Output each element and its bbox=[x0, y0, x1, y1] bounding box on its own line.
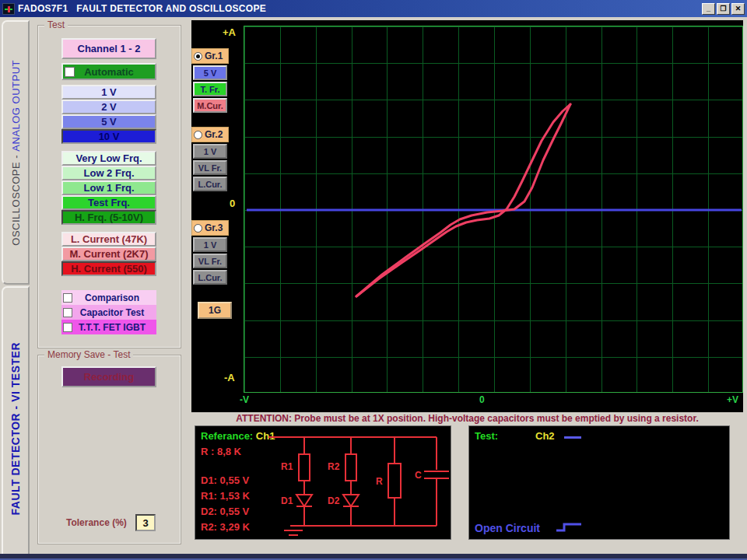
y-axis-plus-a-label: +A bbox=[223, 26, 236, 38]
group1-radio[interactable] bbox=[194, 52, 202, 61]
comparison-checkbox[interactable] bbox=[63, 293, 72, 303]
circuit-d2-label: D2 bbox=[328, 495, 340, 506]
y-axis-minus-a-label: -A bbox=[224, 372, 235, 383]
tab-fault-detector-vi-tester[interactable]: FAULT DETECTOR - VI TESTER bbox=[2, 286, 30, 560]
group2-radio-row[interactable]: Gr.2 bbox=[191, 127, 229, 142]
circuit-d1-label: D1 bbox=[281, 495, 293, 506]
very-low-frq-button[interactable]: Very Low Frq. bbox=[61, 151, 156, 166]
group2-current-button[interactable]: L.Cur. bbox=[193, 177, 227, 191]
memory-save-title: Memory Save - Test bbox=[44, 349, 133, 360]
measurement-r1: R1: 1,53 K bbox=[201, 488, 250, 504]
automatic-checkbox[interactable] bbox=[65, 67, 75, 77]
x-axis-zero-label: 0 bbox=[479, 394, 485, 405]
attention-message: ATTENTION: Probe must be at 1X position.… bbox=[191, 413, 743, 425]
scope-panel: +A 0 -A -V 0 +V Gr.1 5 V T. Fr. M.Cur. G… bbox=[191, 20, 743, 412]
measurement-r2: R2: 3,29 K bbox=[201, 520, 250, 535]
automatic-button[interactable]: Automatic bbox=[61, 63, 156, 80]
gain-1g-button[interactable]: 1G bbox=[198, 302, 232, 319]
x-axis-minus-v-label: -V bbox=[240, 394, 249, 405]
test-groupbox: Test Channel 1 - 2 Automatic 1 V 2 V 5 V… bbox=[37, 25, 181, 348]
high-frq-button[interactable]: H. Frq. (5-10V) bbox=[61, 210, 156, 225]
group2-freq-button[interactable]: VL Fr. bbox=[193, 160, 227, 175]
app-window: FADOS7F1 FAULT DETECTOR AND OSCILLOSCOPE… bbox=[0, 0, 747, 560]
tab-oscilloscope-label: OSCILLOSCOPE bbox=[10, 161, 22, 245]
memory-save-groupbox: Memory Save - Test Recording Tolerance (… bbox=[37, 355, 181, 544]
open-circuit-icon bbox=[555, 520, 584, 533]
comparison-label: Comparison bbox=[75, 292, 149, 303]
channel-1-2-button[interactable]: Channel 1 - 2 bbox=[61, 38, 156, 59]
open-circuit-status: Open Circuit bbox=[475, 522, 540, 534]
close-button[interactable]: ✕ bbox=[731, 3, 745, 15]
group3-freq-button[interactable]: VL Fr. bbox=[193, 254, 227, 268]
vi-curve-plot bbox=[244, 26, 743, 393]
measurement-d2: D2: 0,55 V bbox=[201, 504, 250, 520]
tab-oscilloscope-analog-output[interactable]: OSCILLOSCOPE - ANALOG OUTPUT bbox=[2, 20, 30, 285]
ttt-fet-igbt-checkbox-row[interactable]: T.T.T. FET IGBT bbox=[61, 320, 156, 334]
medium-current-button[interactable]: M. Current (2K7) bbox=[61, 247, 156, 261]
y-axis-zero-label: 0 bbox=[230, 198, 235, 209]
window-bottom-border bbox=[0, 554, 747, 560]
reference-resistance-value: R : 8,8 K bbox=[201, 446, 241, 457]
channel2-trace-legend-dash bbox=[564, 436, 581, 439]
voltage-5v-button[interactable]: 5 V bbox=[61, 114, 156, 129]
test-result-panel: Test: Ch2 Open Circuit bbox=[468, 425, 730, 540]
test-label: Test: bbox=[475, 430, 498, 442]
group1-freq-button[interactable]: T. Fr. bbox=[193, 82, 227, 96]
voltage-2v-button[interactable]: 2 V bbox=[61, 100, 156, 114]
high-current-button[interactable]: H. Current (550) bbox=[61, 261, 156, 276]
x-axis-plus-v-label: +V bbox=[727, 394, 738, 405]
measurement-d1: D1: 0,55 V bbox=[201, 473, 250, 488]
tolerance-label: Tolerance (%) bbox=[66, 517, 127, 528]
app-icon bbox=[2, 3, 15, 15]
group1-radio-row[interactable]: Gr.1 bbox=[191, 48, 229, 64]
recording-button[interactable]: Recording bbox=[61, 366, 156, 387]
test-groupbox-title: Test bbox=[44, 19, 68, 30]
window-title: FADOS7F1 FAULT DETECTOR AND OSCILLOSCOPE bbox=[18, 3, 266, 14]
group3-radio[interactable] bbox=[194, 224, 202, 233]
automatic-label: Automatic bbox=[63, 66, 155, 78]
side-tab-strip: OSCILLOSCOPE - ANALOG OUTPUT FAULT DETEC… bbox=[0, 17, 31, 554]
capacitor-test-label: Capacitor Test bbox=[75, 307, 149, 318]
group2-voltage-button[interactable]: 1 V bbox=[193, 144, 227, 159]
low-2-frq-button[interactable]: Low 2 Frq. bbox=[61, 166, 156, 180]
tab-analog-output-label: ANALOG OUTPUT bbox=[10, 60, 22, 152]
title-bar: FADOS7F1 FAULT DETECTOR AND OSCILLOSCOPE… bbox=[0, 0, 747, 17]
group3-radio-label: Gr.3 bbox=[205, 222, 223, 233]
group3-radio-row[interactable]: Gr.3 bbox=[191, 220, 229, 236]
circuit-c-label: C bbox=[415, 470, 422, 481]
vi-curve-traces bbox=[244, 26, 744, 394]
low-1-frq-button[interactable]: Low 1 Frq. bbox=[61, 180, 156, 195]
reference-label: Referance: bbox=[201, 430, 253, 442]
group3-current-button[interactable]: L.Cur. bbox=[193, 270, 227, 285]
group1-current-button[interactable]: M.Cur. bbox=[193, 98, 227, 113]
test-channel-label: Ch2 bbox=[535, 430, 555, 442]
low-current-button[interactable]: L. Current (47K) bbox=[61, 232, 156, 247]
test-frq-button[interactable]: Test Frq. bbox=[61, 195, 156, 210]
restore-button[interactable]: ❐ bbox=[717, 3, 730, 15]
group1-voltage-button[interactable]: 5 V bbox=[193, 65, 227, 80]
circuit-r2-label: R2 bbox=[328, 461, 340, 472]
circuit-r1-label: R1 bbox=[281, 461, 293, 472]
group2-radio[interactable] bbox=[194, 131, 202, 139]
tab-fault-detector-label: FAULT DETECTOR - VI TESTER bbox=[9, 342, 22, 516]
circuit-r-label: R bbox=[376, 476, 383, 487]
minimize-button[interactable]: _ bbox=[702, 3, 715, 15]
voltage-1v-button[interactable]: 1 V bbox=[61, 85, 156, 100]
capacitor-test-checkbox[interactable] bbox=[63, 308, 72, 317]
ttt-fet-igbt-checkbox[interactable] bbox=[63, 323, 72, 332]
voltage-10v-button[interactable]: 10 V bbox=[61, 129, 156, 144]
group3-voltage-button[interactable]: 1 V bbox=[193, 237, 227, 252]
reference-circuit-panel: Referance: Ch1 R : 8,8 K D1: 0,55 V R1: … bbox=[195, 425, 451, 540]
reference-measurements: D1: 0,55 V R1: 1,53 K D2: 0,55 V R2: 3,2… bbox=[201, 473, 250, 535]
tolerance-input[interactable] bbox=[135, 514, 156, 531]
ttt-fet-igbt-label: T.T.T. FET IGBT bbox=[75, 322, 149, 333]
comparison-checkbox-row[interactable]: Comparison bbox=[61, 290, 156, 305]
equivalent-circuit-diagram: R1 R2 R C D1 D2 bbox=[268, 426, 449, 540]
vi-curve-upper-trace bbox=[356, 104, 570, 296]
group2-radio-label: Gr.2 bbox=[205, 129, 223, 140]
capacitor-test-checkbox-row[interactable]: Capacitor Test bbox=[61, 305, 156, 320]
group1-radio-label: Gr.1 bbox=[205, 51, 223, 61]
vi-curve-lower-trace bbox=[356, 104, 570, 296]
